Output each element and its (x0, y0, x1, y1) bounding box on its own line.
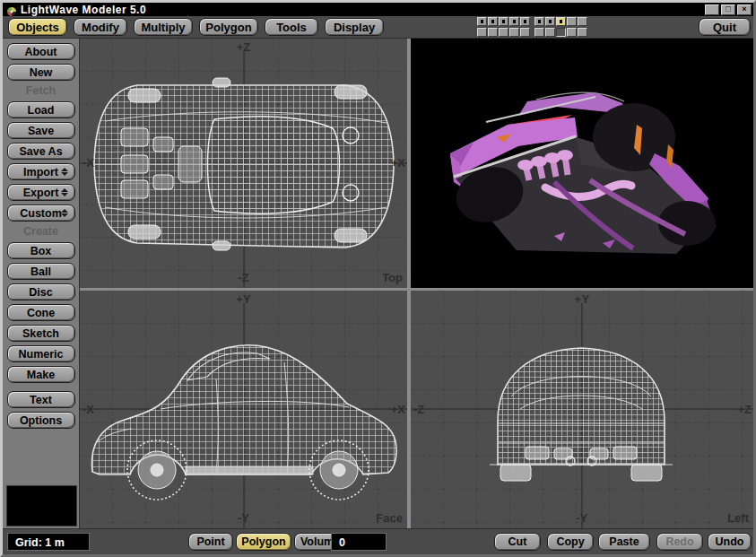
sidebar-button-about[interactable]: About (7, 43, 75, 60)
sidebar-button-sketch[interactable]: Sketch (7, 325, 75, 342)
sidebar-button-make[interactable]: Make (7, 366, 75, 383)
selection-count-field[interactable]: 0 (331, 533, 387, 551)
layer-bg-3-button[interactable] (499, 28, 508, 37)
axis-label-plus-y: +Y (236, 293, 250, 305)
axis-label-plus-x: +X (391, 157, 405, 169)
sidebar-button-label: Import (23, 166, 58, 178)
sidebar-button-disc[interactable]: Disc (7, 283, 75, 300)
close-button[interactable]: × (737, 4, 752, 15)
maximize-button[interactable]: □ (721, 4, 735, 15)
sidebar-button-custom[interactable]: Custom (7, 205, 75, 222)
layer-content-dot (524, 20, 526, 23)
sidebar-button-label: Export (23, 187, 59, 199)
axis-label-minus-x: -X (83, 404, 94, 415)
redo-button: Redo (656, 533, 703, 551)
layer-fg-4-button[interactable] (509, 17, 519, 26)
layer-fg-1-button[interactable] (477, 17, 487, 26)
cut-button[interactable]: Cut (494, 533, 541, 551)
sidebar-button-cone[interactable]: Cone (7, 304, 75, 321)
tab-multiply[interactable]: Multiply (134, 18, 193, 36)
layer-bg-2-button[interactable] (488, 28, 498, 37)
paste-button[interactable]: Paste (598, 533, 650, 551)
layer-fg-3-button[interactable] (499, 17, 508, 26)
layer-fg-9-button[interactable] (567, 17, 577, 26)
sidebar-button-new[interactable]: New (7, 64, 75, 81)
axis-label-plus-x: +X (391, 404, 405, 415)
menu-bar: Objects Modify Multiply Polygon Tools Di… (3, 16, 753, 39)
minimize-button[interactable]: _ (705, 4, 719, 15)
window-controls: _ □ × (705, 4, 752, 15)
view-name-label: Left (727, 512, 749, 524)
layer-fg-8-button[interactable] (556, 17, 566, 26)
copy-button[interactable]: Copy (547, 533, 594, 551)
foreground-layer-row (477, 17, 588, 27)
sidebar-button-numeric[interactable]: Numeric (7, 345, 75, 362)
layer-content-dot (481, 20, 483, 23)
tab-polygon[interactable]: Polygon (199, 18, 258, 36)
sidebar-button-import[interactable]: Import (7, 163, 75, 180)
sidebar-button-save[interactable]: Save (7, 122, 75, 139)
sidebar-button-box[interactable]: Box (7, 242, 75, 259)
layer-content-dot (549, 20, 552, 23)
face-view-canvas (80, 291, 407, 528)
sidebar-button-export[interactable]: Export (7, 184, 75, 201)
preview-render-canvas (411, 39, 753, 288)
axis-label-minus-x: -X (83, 157, 94, 169)
layer-bg-8-button[interactable] (556, 28, 566, 37)
surface-preview-swatch (6, 485, 77, 527)
sidebar-button-label: Custom (20, 207, 62, 220)
axis-label-plus-y: +Y (575, 293, 589, 305)
layer-selector (477, 17, 588, 39)
status-bar: Grid: 1 m Point Polygon Volume 0 Cut Cop… (3, 528, 753, 554)
tab-modify[interactable]: Modify (74, 18, 127, 36)
grid-size-display: Grid: 1 m (7, 533, 90, 551)
car-top-wireframe (94, 78, 394, 250)
background-layer-row (477, 28, 588, 38)
viewport-face[interactable]: +Y -Y -X +X Face (80, 291, 407, 528)
layer-fg-2-button[interactable] (488, 17, 498, 26)
tab-objects[interactable]: Objects (8, 18, 67, 36)
sidebar-label-fetch: Fetch (7, 84, 75, 98)
view-name-label: Face (376, 512, 403, 524)
app-logo-icon (6, 4, 17, 15)
sidebar-label-create: Create (7, 225, 75, 239)
sidebar-button-load[interactable]: Load (7, 101, 75, 118)
layer-content-dot (560, 20, 562, 23)
mode-polygon-button[interactable]: Polygon (236, 533, 291, 551)
layer-content-dot (502, 20, 505, 23)
layer-content-dot (538, 20, 541, 23)
popup-arrows-icon (61, 209, 68, 217)
menu-tabs: Objects Modify Multiply Polygon Tools Di… (8, 18, 384, 36)
layer-bg-9-button[interactable] (567, 28, 577, 37)
viewport-preview[interactable] (411, 39, 753, 288)
popup-arrows-icon (61, 168, 68, 176)
viewport-top[interactable]: +Z -Z -X +X Top (80, 39, 407, 288)
layer-bg-6-button[interactable] (534, 28, 544, 37)
tab-display[interactable]: Display (325, 18, 384, 36)
layer-fg-7-button[interactable] (545, 17, 555, 26)
layer-bg-1-button[interactable] (477, 28, 487, 37)
left-view-canvas (411, 291, 753, 528)
mode-point-button[interactable]: Point (188, 533, 233, 551)
layer-fg-6-button[interactable] (534, 17, 544, 26)
sidebar-button-text[interactable]: Text (7, 391, 75, 408)
axis-label-minus-z: -Z (238, 272, 248, 283)
sidebar-button-options[interactable]: Options (7, 412, 75, 429)
popup-arrows-icon (61, 188, 68, 196)
layer-bg-4-button[interactable] (509, 28, 519, 37)
sidebar-button-ball[interactable]: Ball (7, 263, 75, 280)
layer-bg-5-button[interactable] (520, 28, 530, 37)
tab-tools[interactable]: Tools (265, 18, 318, 36)
sidebar-button-save-as[interactable]: Save As (7, 143, 75, 160)
layer-content-dot (513, 20, 516, 23)
viewport-grid: +Z -Z -X +X Top (80, 39, 753, 528)
layer-bg-7-button[interactable] (545, 28, 555, 37)
layer-fg-5-button[interactable] (520, 17, 530, 26)
layer-fg-10-button[interactable] (578, 17, 587, 26)
undo-button[interactable]: Undo (708, 533, 752, 551)
viewport-left[interactable]: +Y -Y -Z +Z Left (411, 291, 753, 528)
app-window: LightWave Modeler 5.0 _ □ × Objects Modi… (0, 0, 756, 557)
quit-button[interactable]: Quit (699, 18, 751, 36)
axis-label-plus-z: +Z (237, 41, 251, 53)
layer-bg-10-button[interactable] (578, 28, 587, 37)
